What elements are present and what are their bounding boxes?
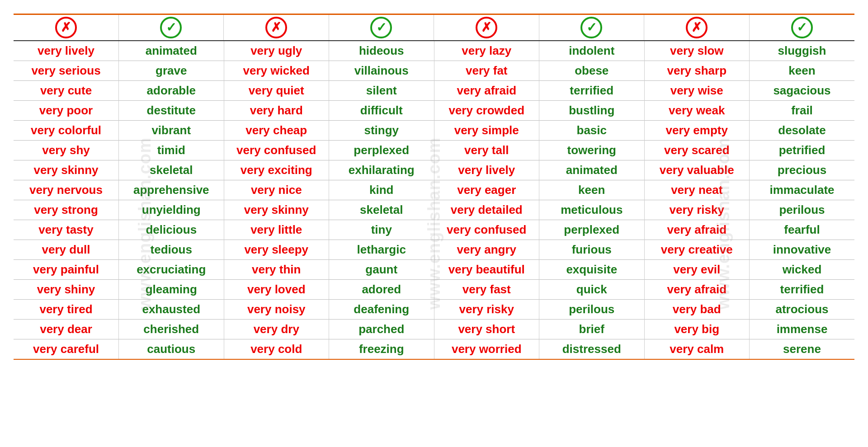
table-row: very seriousgravevery wickedvillainousve… — [14, 61, 854, 81]
table-cell: villainous — [329, 61, 434, 81]
table-cell: kind — [329, 180, 434, 200]
table-cell: very thin — [224, 260, 329, 280]
table-cell: gleaming — [119, 280, 224, 300]
table-cell: meticulous — [539, 200, 645, 220]
table-cell: perplexed — [329, 141, 434, 160]
table-cell: very shiny — [14, 280, 119, 300]
table-cell: very dull — [14, 240, 119, 260]
table-cell: very worried — [434, 339, 539, 360]
table-cell: very simple — [434, 121, 539, 141]
table-cell: serene — [750, 339, 855, 360]
table-cell: very sharp — [644, 61, 750, 81]
table-cell: parched — [329, 320, 434, 339]
table-cell: very tired — [14, 300, 119, 320]
header-col-3: ✗ — [224, 15, 329, 40]
table-cell: very lively — [434, 160, 539, 180]
table-cell: very careful — [14, 339, 119, 360]
header-col-4: ✓ — [329, 15, 434, 40]
table-cell: fearful — [750, 220, 855, 240]
table-cell: very lively — [14, 41, 119, 61]
table-cell: freezing — [329, 339, 434, 360]
table-cell: very ugly — [224, 41, 329, 61]
table-row: very shinygleamingvery lovedadoredvery f… — [14, 280, 854, 300]
table-cell: very angry — [434, 240, 539, 260]
table-cell: bustling — [539, 101, 645, 121]
table-cell: very sleepy — [224, 240, 329, 260]
table-cell: very noisy — [224, 300, 329, 320]
table-cell: very skinny — [224, 200, 329, 220]
x-icon-2: ✗ — [265, 17, 287, 38]
table-cell: very empty — [644, 121, 750, 141]
table-cell: gaunt — [329, 260, 434, 280]
table-cell: terrified — [750, 280, 855, 300]
table-row: very strongunyieldingvery skinnyskeletal… — [14, 200, 854, 220]
table-cell: exhilarating — [329, 160, 434, 180]
table-row: very colorfulvibrantvery cheapstingyvery… — [14, 121, 854, 141]
table-cell: delicious — [119, 220, 224, 240]
table-cell: very dear — [14, 320, 119, 339]
header-col-7: ✗ — [644, 15, 750, 40]
table-cell: obese — [539, 61, 645, 81]
table-cell: perplexed — [539, 220, 645, 240]
table-cell: unyielding — [119, 200, 224, 220]
table-cell: perilous — [750, 200, 855, 220]
table-cell: excruciating — [119, 260, 224, 280]
table-cell: atrocious — [750, 300, 855, 320]
table-cell: very risky — [644, 200, 750, 220]
table-cell: sluggish — [750, 41, 855, 61]
table-cell: destitute — [119, 101, 224, 121]
header-col-1: ✗ — [14, 15, 119, 40]
table-cell: very wicked — [224, 61, 329, 81]
table-cell: very poor — [14, 101, 119, 121]
table-cell: silent — [329, 81, 434, 101]
table-cell: precious — [750, 160, 855, 180]
table-cell: very tall — [434, 141, 539, 160]
table-cell: desolate — [750, 121, 855, 141]
table-cell: very weak — [644, 101, 750, 121]
table-cell: very neat — [644, 180, 750, 200]
header-col-5: ✗ — [434, 15, 539, 40]
check-icon-1: ✓ — [160, 17, 182, 38]
table-cell: difficult — [329, 101, 434, 121]
table-cell: animated — [539, 160, 645, 180]
table-cell: perilous — [539, 300, 645, 320]
header-col-2: ✓ — [119, 15, 224, 40]
table-cell: very strong — [14, 200, 119, 220]
table-row: very dearcherishedvery dryparchedvery sh… — [14, 320, 854, 339]
table-row: very livelyanimatedvery uglyhideousvery … — [14, 41, 854, 61]
table-cell: skeletal — [329, 200, 434, 220]
table-cell: very hard — [224, 101, 329, 121]
table-cell: innovative — [750, 240, 855, 260]
table-cell: tedious — [119, 240, 224, 260]
table-cell: very afraid — [644, 280, 750, 300]
x-icon-1: ✗ — [55, 17, 77, 38]
table-cell: cherished — [119, 320, 224, 339]
table-row: very skinnyskeletalvery excitingexhilara… — [14, 160, 854, 180]
table-cell: very quiet — [224, 81, 329, 101]
check-icon-2: ✓ — [370, 17, 392, 38]
table-cell: very scared — [644, 141, 750, 160]
table-cell: very afraid — [644, 220, 750, 240]
table-cell: very confused — [434, 220, 539, 240]
table-cell: very colorful — [14, 121, 119, 141]
table-row: very painfulexcruciatingvery thingauntve… — [14, 260, 854, 280]
header-row: ✗ ✓ ✗ ✓ ✗ ✓ ✗ ✓ — [14, 15, 854, 41]
table-cell: very eager — [434, 180, 539, 200]
table-cell: immense — [750, 320, 855, 339]
header-col-8: ✓ — [750, 15, 855, 40]
table-cell: skeletal — [119, 160, 224, 180]
table-cell: keen — [750, 61, 855, 81]
table-cell: exquisite — [539, 260, 645, 280]
x-icon-3: ✗ — [476, 17, 497, 38]
table-cell: deafening — [329, 300, 434, 320]
table-cell: distressed — [539, 339, 645, 360]
table-cell: sagacious — [750, 81, 855, 101]
table-cell: very painful — [14, 260, 119, 280]
table-row: very dulltediousvery sleepylethargicvery… — [14, 240, 854, 260]
table-cell: very tasty — [14, 220, 119, 240]
table-cell: quick — [539, 280, 645, 300]
table-cell: frail — [750, 101, 855, 121]
table-cell: very detailed — [434, 200, 539, 220]
table-cell: very fat — [434, 61, 539, 81]
table-cell: very exciting — [224, 160, 329, 180]
